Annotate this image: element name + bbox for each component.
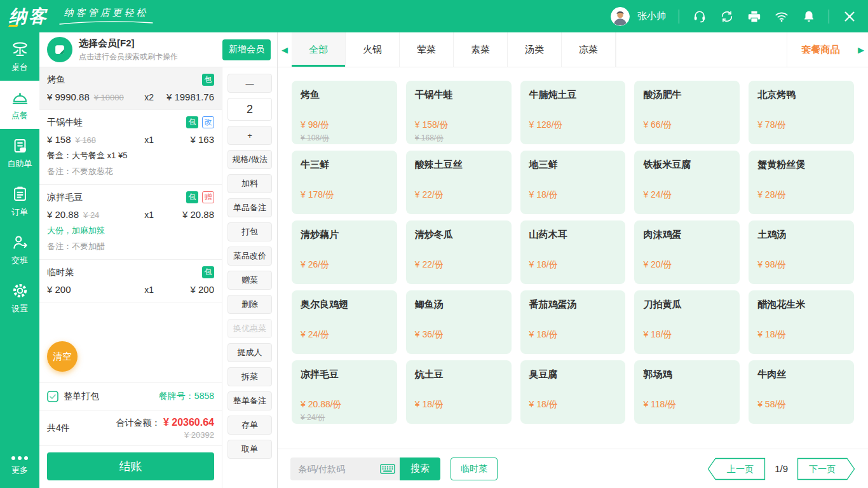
order-item-temp-dish[interactable]: 临时菜 包 ¥ 200 x1 ¥ 200: [39, 260, 222, 302]
sidebar-item-orders[interactable]: 订单: [0, 177, 39, 226]
menu-item[interactable]: 肉沫鸡蛋¥ 20/份: [634, 220, 740, 284]
save-order-button[interactable]: 存单: [227, 416, 272, 435]
menu-item[interactable]: 牛肉丝¥ 58/份: [749, 360, 854, 424]
category-next-icon[interactable]: ▶: [854, 32, 868, 67]
user-avatar[interactable]: [611, 7, 630, 26]
menu-item[interactable]: 清炒藕片¥ 26/份: [292, 220, 397, 284]
sidebar-item-more[interactable]: 更多: [0, 444, 39, 488]
menu-grid: 烤鱼¥ 98/份¥ 108/份 干锅牛蛙¥ 158/份¥ 168/份 牛腩炖土豆…: [278, 67, 868, 449]
menu-item[interactable]: 奥尔良鸡翅¥ 24/份: [292, 290, 397, 354]
item-price: ¥ 200: [47, 284, 71, 295]
category-tab-vegetable[interactable]: 素菜: [454, 32, 508, 67]
order-note-button[interactable]: 整单备注: [227, 391, 272, 410]
qty-plus-button[interactable]: +: [227, 126, 272, 145]
pack-checkbox[interactable]: [47, 391, 58, 402]
pack-button[interactable]: 打包: [227, 222, 272, 241]
menu-item[interactable]: 郭场鸡¥ 118/份: [634, 360, 740, 424]
menu-item[interactable]: 北京烤鸭¥ 78/份: [749, 81, 854, 144]
sync-icon[interactable]: [719, 9, 734, 24]
pack-badge: 包: [202, 74, 214, 86]
svg-text:下一页: 下一页: [809, 464, 836, 474]
sidebar-item-label: 订单: [11, 207, 28, 218]
item-box-addon: 餐盒：大号餐盒 x1 ¥5: [47, 150, 214, 161]
menu-item[interactable]: 刀拍黄瓜¥ 18/份: [634, 290, 740, 354]
sidebar-item-self-service[interactable]: 自助单: [0, 129, 39, 177]
search-button[interactable]: 搜索: [400, 458, 440, 480]
change-price-button[interactable]: 菜品改价: [227, 247, 272, 266]
keyboard-icon[interactable]: [380, 464, 395, 474]
clear-order-button[interactable]: 清空: [47, 341, 78, 372]
sidebar-item-label: 设置: [11, 303, 28, 315]
category-tab-meat[interactable]: 荤菜: [400, 32, 454, 67]
sidebar-item-tables[interactable]: 桌台: [0, 32, 39, 81]
delete-button[interactable]: 删除: [227, 295, 272, 314]
table-icon: [11, 41, 29, 58]
close-icon[interactable]: [842, 9, 857, 24]
wifi-icon[interactable]: [774, 9, 789, 24]
menu-item[interactable]: 烤鱼¥ 98/份¥ 108/份: [292, 81, 397, 144]
order-item-edamame[interactable]: 凉拌毛豆 包 赠 ¥ 20.88 ¥ 24 x1 ¥ 20.88: [39, 185, 222, 260]
qty-minus-button[interactable]: —: [227, 74, 272, 93]
menu-item[interactable]: 清炒冬瓜¥ 22/份: [406, 220, 512, 284]
menu-item[interactable]: 牛腩炖土豆¥ 128/份: [520, 81, 626, 144]
member-header: 选择会员[F2] 点击进行会员搜索或刷卡操作 新增会员: [39, 32, 277, 67]
menu-item[interactable]: 臭豆腐¥ 18/份: [520, 360, 626, 424]
gift-dish-button[interactable]: 赠菜: [227, 271, 272, 290]
sidebar-item-settings[interactable]: 设置: [0, 274, 39, 322]
notification-bell-icon[interactable]: [801, 9, 816, 24]
order-region: 选择会员[F2] 点击进行会员搜索或刷卡操作 新增会员 烤鱼 包: [39, 32, 278, 488]
customer-service-icon[interactable]: [692, 9, 707, 24]
order-item-name: 干锅牛蛙: [47, 117, 83, 128]
total-amount: ¥ 20360.64: [163, 417, 214, 428]
add-ingredient-button[interactable]: 加料: [227, 174, 272, 193]
user-name[interactable]: 张小帅: [637, 10, 666, 22]
item-original-price: ¥ 168: [76, 135, 97, 145]
retrieve-order-button[interactable]: 取单: [227, 440, 272, 459]
category-spacer: [616, 32, 787, 67]
item-note-button[interactable]: 单品备注: [227, 198, 272, 217]
sidebar-item-label: 交班: [11, 255, 28, 266]
menu-item[interactable]: 干锅牛蛙¥ 158/份¥ 168/份: [406, 81, 512, 144]
self-order-icon: [11, 137, 29, 154]
menu-item[interactable]: 番茄鸡蛋汤¥ 18/份: [520, 290, 626, 354]
printer-icon[interactable]: [747, 9, 761, 24]
menu-item[interactable]: 酸汤肥牛¥ 66/份: [634, 81, 740, 144]
menu-item[interactable]: 牛三鲜¥ 178/份: [292, 151, 397, 214]
pagination: 上一页 1/9 下一页: [707, 458, 855, 480]
order-item-bullfrog[interactable]: 干锅牛蛙 包 改 ¥ 158 ¥ 168 x1 ¥ 163: [39, 110, 222, 185]
menu-item[interactable]: 酸辣土豆丝¥ 22/份: [406, 151, 512, 214]
topbar-divider: [679, 10, 679, 24]
menu-item[interactable]: 鲫鱼汤¥ 36/份: [406, 290, 512, 354]
split-dish-button[interactable]: 拆菜: [227, 367, 272, 386]
item-qty: x1: [144, 210, 154, 220]
category-tab-soup[interactable]: 汤类: [508, 32, 562, 67]
menu-item[interactable]: 土鸡汤¥ 98/份: [749, 220, 854, 284]
category-prev-icon[interactable]: ◀: [278, 32, 292, 67]
menu-item[interactable]: 蟹黄粉丝煲¥ 28/份: [749, 151, 854, 214]
category-tab-cold[interactable]: 凉菜: [562, 32, 616, 67]
commission-person-button[interactable]: 提成人: [227, 343, 272, 362]
menu-item[interactable]: 山药木耳¥ 18/份: [520, 220, 626, 284]
menu-item[interactable]: 铁板米豆腐¥ 24/份: [634, 151, 740, 214]
category-tab-all[interactable]: 全部: [292, 32, 346, 67]
temp-dish-button[interactable]: 临时菜: [451, 458, 498, 480]
next-page-button[interactable]: 下一页: [797, 458, 855, 480]
order-item-roast-fish[interactable]: 烤鱼 包 ¥ 9990.88 ¥ 10000 x2 ¥ 19981.76: [39, 67, 222, 110]
menu-item[interactable]: 地三鲜¥ 18/份: [520, 151, 626, 214]
category-tab-hotpot[interactable]: 火锅: [346, 32, 400, 67]
menu-item[interactable]: 凉拌毛豆¥ 20.88/份¥ 24/份: [292, 360, 397, 424]
menu-item[interactable]: 炕土豆¥ 18/份: [406, 360, 512, 424]
brand-slogan: 纳客管店更轻松: [58, 7, 154, 25]
menu-item[interactable]: 醋泡花生米¥ 18/份: [749, 290, 854, 354]
spec-method-button[interactable]: 规格/做法: [227, 150, 272, 169]
member-select-area[interactable]: 选择会员[F2] 点击进行会员搜索或刷卡操作: [47, 37, 178, 62]
sidebar-item-order-dishes[interactable]: 点餐: [0, 81, 39, 129]
prev-page-button[interactable]: 上一页: [707, 458, 766, 480]
item-price: ¥ 20.88: [47, 209, 79, 220]
category-tab-combo[interactable]: 套餐商品: [787, 32, 854, 67]
add-member-button[interactable]: 新增会员: [222, 39, 271, 60]
checkout-button[interactable]: 结账: [47, 452, 214, 480]
sidebar-item-shift-change[interactable]: 交班: [0, 226, 39, 274]
item-spec: 大份，加麻加辣: [47, 225, 214, 236]
topbar-divider: [829, 10, 829, 24]
